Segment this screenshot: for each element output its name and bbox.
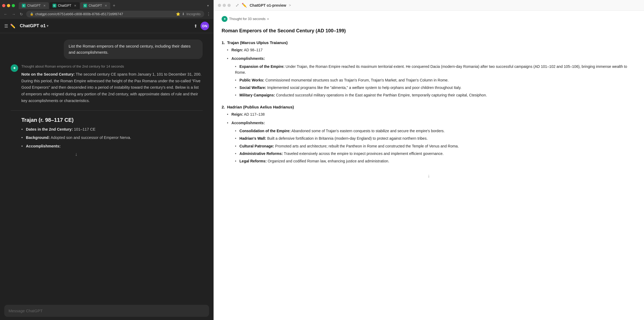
- model-selector[interactable]: ChatGPT o1 ▾: [20, 23, 48, 29]
- acc-item-1-1: Expansion of the Empire: Under Trajan, t…: [235, 64, 636, 76]
- acc-header-2: Accomplishments:: [227, 120, 636, 126]
- model-name-label: ChatGPT o1: [20, 23, 46, 29]
- emperor-1-name-row: 1. Trajan (Marcus Ulpius Traianus): [222, 39, 636, 46]
- trajan-content: Trajan (r. 98–117 CE) Dates in the 2nd C…: [21, 117, 131, 157]
- thought-icon: ✦: [222, 16, 227, 22]
- browser-tab-2[interactable]: C ChatGPT ✕: [49, 2, 80, 9]
- right-dot-1: [218, 4, 221, 7]
- tab-close-3[interactable]: ✕: [105, 4, 107, 7]
- assistant-message: ✦ Thought about Roman emperors of the 2n…: [11, 64, 203, 104]
- user-message: List the Roman emperors of the second ce…: [64, 40, 203, 59]
- acc-title-1-4: Military Campaigns:: [239, 93, 275, 97]
- avatar[interactable]: DN: [201, 22, 209, 30]
- message-input[interactable]: Message ChatGPT: [4, 305, 209, 317]
- browser-menu-button[interactable]: ⋮: [206, 11, 211, 17]
- bookmark-icon[interactable]: ⭐: [176, 12, 180, 16]
- tab-title-2: ChatGPT: [58, 4, 71, 7]
- reign-value-2: AD 117–138: [244, 112, 265, 116]
- thought-line[interactable]: Thought about Roman emperors of the 2nd …: [21, 64, 203, 68]
- tab-title-3: ChatGPT: [89, 4, 102, 7]
- reload-button[interactable]: ↻: [19, 11, 24, 17]
- browser-tab-3[interactable]: C ChatGPT ✕: [80, 2, 110, 9]
- acc-title-2-5: Legal Reforms:: [239, 159, 267, 163]
- acc-list-2: Consolidation of the Empire: Abandoned s…: [235, 128, 636, 164]
- acc-text-1-3: Implemented social programs like the "al…: [266, 85, 461, 90]
- acc-text-2-5: Organized and codified Roman law, enhanc…: [267, 159, 389, 163]
- acc-text-2-3: Promoted arts and architecture; rebuilt …: [274, 144, 459, 148]
- tab-close-1[interactable]: ✕: [43, 4, 46, 7]
- emperor-1-name: Trajan (Marcus Ulpius Traianus): [227, 39, 288, 46]
- acc-text-1-2: Commissioned monumental structures such …: [264, 78, 449, 82]
- reign-value-1: AD 98–117: [244, 48, 262, 52]
- trajan-acc-label: Accomplishments:: [26, 144, 61, 148]
- trajan-background: Background: Adopted son and successor of…: [21, 135, 131, 141]
- trajan-heading: Trajan (r. 98–117 CE): [21, 117, 131, 123]
- acc-title-2-1: Consolidation of the Empire:: [239, 129, 290, 133]
- minimize-window-button[interactable]: [7, 4, 10, 7]
- acc-text-2-1: Abandoned some of Trajan's eastern conqu…: [290, 129, 445, 133]
- tab-favicon-3: C: [83, 4, 87, 7]
- note-body: The second century CE spans from January…: [21, 72, 201, 103]
- emperor-2-name: Hadrian (Publius Aelius Hadrianus): [227, 104, 294, 111]
- scroll-down-indicator: ↓: [21, 151, 131, 157]
- emperor-entry-1: 1. Trajan (Marcus Ulpius Traianus) Reign…: [222, 39, 636, 98]
- trajan-background-label: Background:: [26, 135, 50, 140]
- emperor-1-reign: Reign: AD 98–117: [227, 47, 636, 53]
- acc-text-1-4: Conducted successful military operations…: [275, 93, 487, 97]
- trajan-dates-label: Dates in the 2nd Century:: [26, 127, 73, 131]
- right-content: ✦ Thought for 33 seconds ▾ Roman Emperor…: [214, 11, 644, 320]
- thought-text[interactable]: Thought for 33 seconds: [229, 16, 266, 22]
- forward-button[interactable]: →: [11, 11, 17, 17]
- right-scroll-indicator: ↓: [222, 170, 636, 182]
- right-panel: ⤢ ✏️ ChatGPT o1-preview > ✦ Thought for …: [214, 0, 644, 320]
- trajan-dates-text: 101–117 CE: [73, 127, 96, 131]
- emperor-2-number: 2.: [222, 104, 225, 111]
- sidebar-toggle-button[interactable]: ☰: [4, 24, 8, 29]
- download-icon[interactable]: ⬇: [182, 12, 185, 16]
- address-actions: ⭐ ⬇ Incognito: [176, 12, 201, 16]
- tab-close-2[interactable]: ✕: [74, 4, 76, 7]
- reign-label-2: Reign:: [231, 112, 243, 116]
- tab-favicon-2: C: [53, 4, 56, 7]
- acc-item-2-3: Cultural Patronage: Promoted arts and ar…: [235, 143, 636, 149]
- acc-label-2: Accomplishments:: [231, 121, 265, 125]
- acc-item-2-1: Consolidation of the Empire: Abandoned s…: [235, 128, 636, 134]
- right-header: ⤢ ✏️ ChatGPT o1-preview >: [214, 0, 644, 11]
- address-text: chatgpt.com/c/6751eb66-c808-800b-8766-d5…: [35, 12, 174, 16]
- edit-button[interactable]: ✏️: [10, 24, 15, 29]
- browser-address-bar: ← → ↻ 🔒 chatgpt.com/c/6751eb66-c808-800b…: [0, 9, 213, 19]
- trajan-bullet-list: Dates in the 2nd Century: 101–117 CE Bac…: [21, 126, 131, 149]
- acc-item-1-2: Public Works: Commissioned monumental st…: [235, 77, 636, 83]
- acc-item-1-3: Social Welfare: Implemented social progr…: [235, 85, 636, 91]
- lock-icon: 🔒: [30, 12, 34, 16]
- right-dot-3: [227, 4, 231, 7]
- back-button[interactable]: ←: [3, 11, 9, 17]
- address-bar[interactable]: 🔒 chatgpt.com/c/6751eb66-c808-800b-8766-…: [26, 11, 204, 17]
- right-expand-button[interactable]: ⤢: [235, 3, 239, 8]
- close-window-button[interactable]: [2, 4, 5, 7]
- acc-title-1-1: Expansion of the Empire:: [239, 64, 285, 69]
- chevron-down-icon: ▾: [47, 24, 48, 28]
- acc-item-2-4: Administrative Reforms: Traveled extensi…: [235, 151, 636, 157]
- maximize-window-button[interactable]: [12, 4, 15, 7]
- new-tab-button[interactable]: +: [111, 2, 117, 9]
- emperor-2-reign: Reign: AD 117–138: [227, 111, 636, 118]
- assistant-icon: ✦: [11, 64, 18, 72]
- thought-dropdown-icon[interactable]: ▾: [267, 17, 269, 22]
- browser-window-controls: [2, 4, 15, 7]
- emperor-1-number: 1.: [222, 39, 225, 46]
- input-placeholder: Message ChatGPT: [9, 309, 43, 313]
- acc-text-2-2: Built a defensive fortification in Brita…: [266, 136, 428, 141]
- acc-item-1-4: Military Campaigns: Conducted successful…: [235, 92, 636, 98]
- acc-title-1-3: Social Welfare:: [239, 85, 266, 90]
- tab-list-button[interactable]: ▼: [205, 2, 211, 9]
- browser-tab-1[interactable]: C ChatGPT ✕: [19, 2, 49, 9]
- trajan-dates: Dates in the 2nd Century: 101–117 CE: [21, 126, 131, 132]
- right-breadcrumb: >: [289, 3, 291, 7]
- trajan-section: Trajan (r. 98–117 CE) Dates in the 2nd C…: [11, 117, 203, 157]
- acc-label-1: Accomplishments:: [231, 56, 265, 61]
- right-edit-button[interactable]: ✏️: [242, 3, 247, 8]
- share-button[interactable]: ⬆: [194, 24, 197, 29]
- note-text: Note on the Second Century: The second c…: [21, 71, 203, 104]
- right-window-controls: [218, 4, 231, 7]
